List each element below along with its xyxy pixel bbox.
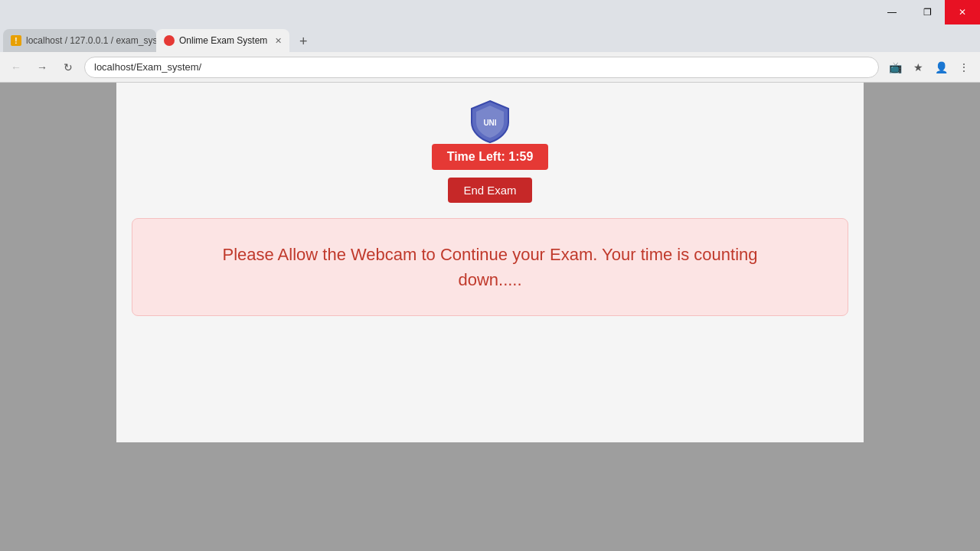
reload-button[interactable]: ↻	[58, 57, 78, 77]
minimize-button[interactable]: —	[874, 0, 910, 24]
timer-text: Time Left: 1:59	[447, 150, 534, 163]
close-button[interactable]: ✕	[945, 0, 980, 24]
url-input[interactable]: localhost/Exam_system/	[84, 57, 879, 78]
url-text: localhost/Exam_system/	[94, 61, 201, 73]
school-logo: UNI	[467, 98, 513, 144]
end-exam-button[interactable]: End Exam	[448, 178, 531, 203]
tab-exam-system[interactable]: Onlime Exam System ✕	[156, 29, 289, 52]
profile-button[interactable]: 👤	[931, 57, 951, 77]
webcam-warning-box: Please Allow the Webcam to Continue your…	[132, 218, 848, 316]
forward-button[interactable]: →	[32, 57, 52, 77]
cast-button[interactable]: 📺	[885, 57, 905, 77]
tab-favicon-red	[164, 35, 175, 46]
tab-close-exam[interactable]: ✕	[275, 36, 282, 46]
svg-text:UNI: UNI	[483, 119, 496, 127]
tab-localhost[interactable]: ! localhost / 127.0.0.1 / exam_syst... ✕	[3, 29, 156, 52]
new-tab-button[interactable]: +	[292, 31, 314, 52]
tab-favicon-warning: !	[11, 35, 21, 46]
warning-text: Please Allow the Webcam to Continue your…	[148, 242, 832, 292]
title-bar: — ❐ ✕	[0, 0, 980, 24]
tab-label-localhost: localhost / 127.0.0.1 / exam_syst...	[26, 35, 156, 46]
back-button[interactable]: ←	[6, 57, 26, 77]
address-bar: ← → ↻ localhost/Exam_system/ 📺 ★ 👤 ⋮	[0, 52, 980, 83]
page-content: UNI Time Left: 1:59 End Exam Please Allo…	[116, 83, 864, 442]
address-actions: 📺 ★ 👤 ⋮	[885, 57, 974, 77]
maximize-button[interactable]: ❐	[910, 0, 945, 24]
timer-badge: Time Left: 1:59	[432, 144, 549, 170]
tab-bar: ! localhost / 127.0.0.1 / exam_syst... ✕…	[0, 24, 980, 52]
below-page-area	[0, 442, 980, 551]
browser-chrome: — ❐ ✕ ! localhost / 127.0.0.1 / exam_sys…	[0, 0, 980, 83]
title-bar-buttons: — ❐ ✕	[874, 0, 980, 24]
tab-label-exam: Onlime Exam System	[179, 35, 267, 46]
bookmark-button[interactable]: ★	[908, 57, 928, 77]
menu-button[interactable]: ⋮	[954, 57, 974, 77]
